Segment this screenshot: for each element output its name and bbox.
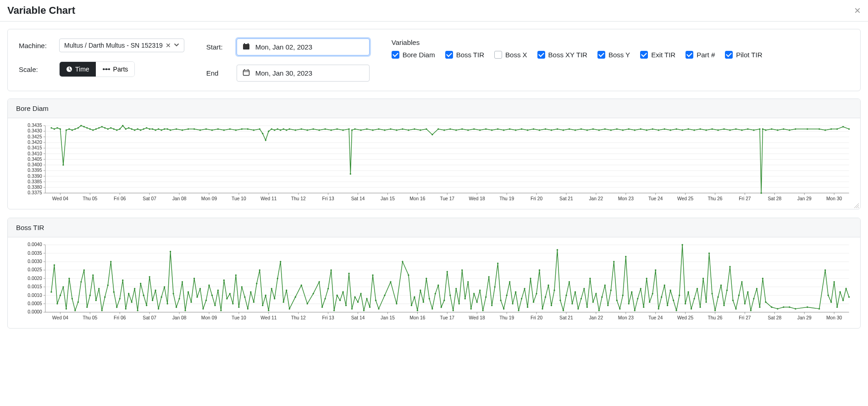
chart-body[interactable]: 0.33750.33800.33850.33900.33950.34000.34… — [8, 118, 860, 209]
svg-rect-4 — [243, 44, 249, 49]
svg-point-170 — [286, 129, 287, 131]
clear-icon[interactable]: ✕ — [166, 42, 171, 49]
checkbox-box[interactable] — [494, 51, 502, 59]
checkbox-pilot_tir[interactable]: Pilot TIR — [725, 51, 762, 59]
svg-point-194 — [414, 128, 415, 130]
svg-point-112 — [68, 128, 70, 130]
svg-text:Sat 28: Sat 28 — [768, 196, 782, 201]
svg-point-430 — [286, 290, 287, 291]
svg-point-540 — [643, 307, 644, 308]
svg-text:Jan 08: Jan 08 — [172, 196, 187, 201]
scale-time-label: Time — [75, 66, 89, 73]
svg-point-546 — [661, 296, 662, 298]
svg-point-109 — [60, 128, 61, 130]
svg-point-495 — [509, 281, 510, 282]
svg-point-162 — [262, 133, 263, 134]
svg-rect-7 — [243, 71, 249, 76]
svg-point-459 — [396, 303, 397, 304]
svg-point-473 — [443, 300, 445, 301]
machine-select[interactable]: Multus / Darth Multus - SN 152319 ✕ — [59, 38, 184, 52]
svg-point-487 — [485, 296, 487, 298]
svg-text:Thu 26: Thu 26 — [708, 196, 723, 201]
close-icon[interactable]: × — [854, 5, 861, 16]
svg-point-213 — [527, 129, 528, 131]
svg-point-531 — [616, 300, 618, 301]
checkbox-boss_xy_tir[interactable]: Boss XY TIR — [537, 51, 587, 59]
svg-point-129 — [119, 128, 121, 130]
svg-point-537 — [634, 310, 636, 311]
svg-point-156 — [229, 128, 231, 130]
scale-parts-button[interactable]: Parts — [96, 62, 135, 77]
svg-point-120 — [92, 129, 94, 131]
start-date-input[interactable]: Mon, Jan 02, 2023 — [237, 38, 370, 55]
chart-card-boss_tir_chart: Boss TIR0.00000.00050.00100.00150.00200.… — [7, 218, 861, 329]
svg-point-215 — [539, 129, 540, 131]
svg-point-500 — [524, 288, 525, 289]
svg-point-499 — [521, 298, 522, 299]
svg-text:Sat 14: Sat 14 — [351, 315, 365, 320]
svg-point-149 — [188, 128, 189, 130]
svg-point-505 — [539, 269, 540, 271]
svg-point-514 — [565, 295, 567, 296]
svg-point-593 — [836, 307, 838, 308]
svg-point-122 — [98, 127, 100, 128]
svg-point-262 — [818, 128, 820, 130]
svg-point-178 — [330, 129, 332, 131]
svg-point-564 — [714, 310, 716, 311]
svg-point-361 — [80, 281, 82, 282]
svg-point-471 — [437, 285, 439, 286]
checkbox-box[interactable] — [597, 51, 605, 59]
svg-point-113 — [72, 129, 73, 131]
checkbox-box[interactable] — [725, 51, 733, 59]
scale-time-button[interactable]: Time — [60, 62, 96, 77]
checkbox-boss_y[interactable]: Boss Y — [597, 51, 630, 59]
checkbox-boss_tir[interactable]: Boss TIR — [445, 51, 484, 59]
svg-point-442 — [336, 295, 337, 296]
svg-point-150 — [194, 128, 195, 130]
chart-body[interactable]: 0.00000.00050.00100.00150.00200.00250.00… — [8, 237, 860, 328]
checkbox-box[interactable] — [445, 51, 453, 59]
svg-point-526 — [601, 296, 603, 298]
svg-point-560 — [702, 278, 704, 279]
svg-point-367 — [98, 288, 100, 289]
svg-point-221 — [575, 129, 576, 131]
svg-point-210 — [509, 128, 510, 130]
svg-text:Tue 24: Tue 24 — [648, 196, 663, 201]
end-date-input[interactable]: Mon, Jan 30, 2023 — [237, 65, 370, 82]
svg-point-184 — [354, 128, 355, 130]
svg-point-501 — [527, 307, 528, 308]
svg-point-248 — [735, 128, 736, 130]
svg-point-216 — [545, 128, 546, 130]
checkbox-exit_tir[interactable]: Exit TIR — [640, 51, 675, 59]
svg-text:0.0000: 0.0000 — [28, 309, 42, 314]
svg-point-244 — [711, 128, 713, 130]
svg-point-267 — [848, 128, 850, 130]
checkbox-box[interactable] — [686, 51, 693, 59]
svg-point-393 — [176, 307, 177, 308]
svg-point-115 — [77, 127, 79, 128]
svg-point-542 — [649, 302, 650, 303]
svg-point-229 — [622, 129, 624, 131]
checkbox-label: Bore Diam — [403, 51, 435, 59]
svg-point-412 — [232, 303, 233, 304]
svg-point-387 — [158, 308, 159, 309]
svg-point-547 — [664, 285, 665, 286]
svg-point-130 — [122, 125, 123, 126]
svg-point-565 — [717, 296, 719, 298]
checkbox-bore_diam[interactable]: Bore Diam — [392, 51, 435, 59]
chart-title: Boss TIR — [8, 218, 860, 237]
checkbox-boss_x[interactable]: Boss X — [494, 51, 527, 59]
checkbox-box[interactable] — [537, 51, 545, 59]
svg-text:Wed 18: Wed 18 — [469, 315, 485, 320]
checkbox-box[interactable] — [392, 51, 399, 59]
svg-point-516 — [571, 303, 573, 304]
svg-text:0.3420: 0.3420 — [28, 140, 42, 145]
resize-handle-icon[interactable] — [854, 203, 859, 208]
checkbox-part_no[interactable]: Part # — [686, 51, 715, 59]
svg-point-165 — [271, 128, 272, 130]
checkbox-box[interactable] — [640, 51, 648, 59]
svg-point-596 — [846, 288, 847, 289]
svg-point-474 — [447, 271, 448, 272]
modal-title: Variable Chart — [7, 5, 75, 16]
chevron-down-icon[interactable] — [174, 42, 179, 49]
